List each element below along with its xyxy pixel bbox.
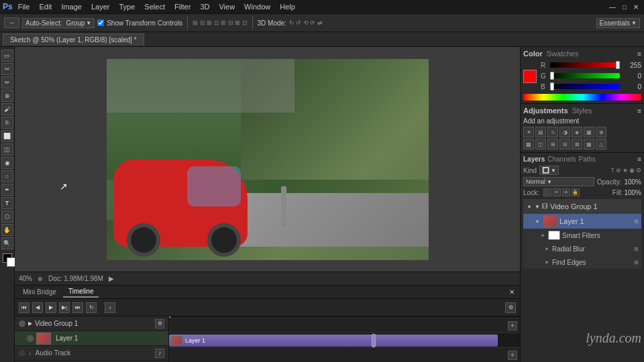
blur-tool[interactable]: ◉ [1,157,13,169]
menu-edit[interactable]: Edit [35,1,56,12]
curves-icon[interactable]: ∿ [547,127,558,137]
find-edges-item[interactable]: ● Find Edges ⊠ [523,255,641,269]
photo-filter-icon[interactable]: ◫ [535,139,546,149]
menu-file[interactable]: File [14,1,34,12]
add-audio-button[interactable]: + [508,351,517,360]
healing-tool[interactable]: ⊕ [1,90,13,102]
lock-pixels-icon[interactable]: ✏ [553,188,561,196]
video-group-arrow-icon[interactable]: ▼ [535,204,540,210]
window-close[interactable]: ✕ [631,3,641,11]
adj-panel-menu[interactable]: ≡ [637,107,641,115]
g-thumb[interactable] [550,72,554,80]
panel-close-icon[interactable]: ✕ [506,288,517,296]
next-frame-button[interactable]: ▶| [59,302,70,313]
video-group-header[interactable]: ● ▼ 🎞 Video Group 1 [523,199,641,214]
menu-image[interactable]: Image [57,1,86,12]
menu-type[interactable]: Type [115,1,140,12]
video-group-settings[interactable]: ⚙ [155,319,164,328]
filter-icon-c[interactable]: ★ [623,167,628,174]
levels-icon[interactable]: ▤ [535,127,546,137]
fill-value[interactable]: 100% [624,189,641,196]
rewind-button[interactable]: ⏮ [19,302,30,313]
radial-blur-visibility[interactable]: ● [543,245,550,252]
swatches-panel-title[interactable]: Swatches [547,50,579,58]
layers-tab[interactable]: Layers [523,156,545,163]
kind-dropdown[interactable]: 🔳 ▼ [539,166,559,175]
crop-tool[interactable]: ✂ [1,63,13,75]
channel-mixer-icon[interactable]: ⊞ [547,139,558,149]
menu-window[interactable]: Window [240,1,274,12]
foreground-color[interactable] [3,253,12,263]
selection-tool[interactable]: ▭ [1,50,13,62]
brush-tool[interactable]: 🖌 [1,103,13,115]
hand-tool[interactable]: ✋ [1,224,13,236]
color-panel-menu[interactable]: ≡ [637,50,641,58]
posterize-icon[interactable]: ▦ [584,139,594,149]
channels-tab[interactable]: Channels [547,156,576,163]
auto-select-dropdown[interactable]: Auto-Select: Group ▼ [22,18,95,28]
filter-icon-d[interactable]: ◉ [629,167,635,174]
workspace-dropdown[interactable]: Essentials ▼ [596,18,641,28]
audio-track-eye[interactable] [19,350,25,357]
r-slider[interactable] [550,62,620,68]
dodge-tool[interactable]: ○ [1,170,13,182]
smart-filters-visibility[interactable]: ● [539,232,546,239]
layer1-video-bar[interactable]: Layer 1 [169,335,498,347]
blend-mode-dropdown[interactable]: Normal ▼ [523,177,594,186]
lock-all-icon[interactable]: 🔒 [572,188,580,196]
play-button[interactable]: ▶ [46,302,56,313]
layers-panel-menu[interactable]: ≡ [637,156,641,163]
path-tool[interactable]: ⬡ [1,210,13,223]
filter-icon-e[interactable]: ⚙ [636,167,641,174]
show-transform-checkbox[interactable] [97,19,104,26]
nav-arrow[interactable]: ▶ [109,275,114,282]
audio-button[interactable]: ♪ [105,302,115,313]
gradient-tool[interactable]: ◫ [1,143,13,156]
lock-position-icon[interactable]: ✛ [562,188,570,196]
video-group-visibility[interactable]: ● [526,203,533,210]
eraser-tool[interactable]: ⬜ [1,130,13,142]
vibrance-icon[interactable]: ◈ [572,127,582,137]
filter-icon-a[interactable]: T [611,167,615,174]
layer1-visibility[interactable]: ● [534,218,541,225]
b-slider[interactable] [550,84,620,89]
invert-icon[interactable]: ⊠ [572,139,582,149]
zoom-tool[interactable]: 🔍 [1,237,13,249]
window-maximize[interactable]: □ [620,3,629,11]
eyedropper-tool[interactable]: ✏ [1,76,13,88]
layer1-track[interactable]: Layer 1 [169,333,520,348]
prev-frame-button[interactable]: ◀ [32,302,43,313]
window-minimize[interactable]: — [606,3,619,11]
video-group-arrow[interactable]: ▶ [28,320,32,326]
menu-view[interactable]: View [215,1,239,12]
settings-button[interactable]: ⚙ [505,302,516,313]
hsl-icon[interactable]: ▦ [584,127,594,137]
foreground-color-swatch[interactable] [523,70,537,83]
clone-tool[interactable]: ⎘ [1,117,13,129]
menu-help[interactable]: Help [276,1,299,12]
smart-filters-item[interactable]: ● Smart Filters [523,229,641,242]
find-edges-visibility[interactable]: ● [543,259,550,265]
video-group-eye[interactable] [19,320,25,327]
brightness-icon[interactable]: ☀ [523,127,534,137]
loop-button[interactable]: ↻ [86,302,97,313]
r-thumb[interactable] [616,61,620,69]
b-thumb[interactable] [550,82,554,90]
bw-icon[interactable]: ▩ [523,139,534,149]
radial-blur-item[interactable]: ● Radial Blur ⊠ [523,242,641,255]
move-tool-options[interactable]: ↔ [4,17,19,28]
menu-layer[interactable]: Layer [87,1,114,12]
paths-tab[interactable]: Paths [579,156,596,163]
menu-select[interactable]: Select [140,1,169,12]
g-slider[interactable] [550,73,620,78]
opacity-value[interactable]: 100% [624,178,641,186]
exposure-icon[interactable]: ◑ [559,127,570,137]
pen-tool[interactable]: ✒ [1,184,13,196]
layer1-end-handle[interactable] [372,334,376,347]
filter-icon-b[interactable]: ⊕ [616,167,621,174]
menu-3d[interactable]: 3D [196,1,213,12]
add-media-button[interactable]: + [508,321,517,330]
color-balance-icon[interactable]: ⊕ [596,127,606,137]
document-tab[interactable]: Sketch @ 50% (Layer 1, RGB/8) [scaled] * [3,34,144,46]
audio-track-btn[interactable]: ♪ [155,349,164,358]
